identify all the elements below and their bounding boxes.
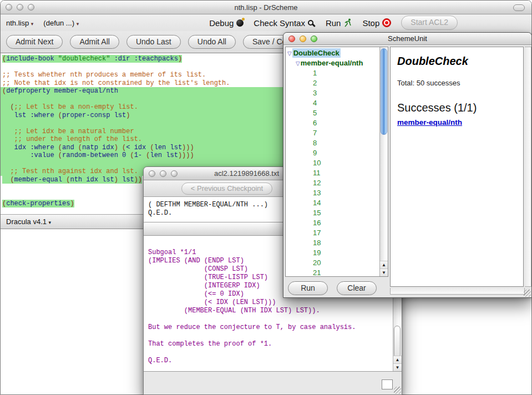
tree-item-case[interactable]: 11 xyxy=(287,168,379,178)
size-box[interactable] xyxy=(382,379,393,389)
tree-item-case[interactable]: 1 xyxy=(287,68,379,78)
debug-button[interactable]: Debug xyxy=(209,18,244,28)
close-button[interactable] xyxy=(6,4,12,11)
bomb-icon xyxy=(236,19,244,27)
tree-item-case[interactable]: 3 xyxy=(287,88,379,98)
schemeunit-window: SchemeUnit ▽DoubleCheck ▽member-equal/nt… xyxy=(283,32,532,298)
schemeunit-titlebar[interactable]: SchemeUnit xyxy=(283,33,531,45)
tree-item-case[interactable]: 14 xyxy=(287,198,379,208)
clear-button[interactable]: Clear xyxy=(337,281,377,295)
scrollbar-thumb[interactable] xyxy=(381,48,387,135)
tree-item-case[interactable]: 21 xyxy=(287,268,379,277)
run-label: Run xyxy=(326,18,341,28)
tree-item-case[interactable]: 7 xyxy=(287,128,379,138)
tree-item-label: member-equal/nth xyxy=(301,59,363,67)
tree-item-case[interactable]: 18 xyxy=(287,238,379,248)
tree-item-case[interactable]: 13 xyxy=(287,188,379,198)
tree-item-case[interactable]: 9 xyxy=(287,148,379,158)
language-label: Dracula v4.1 xyxy=(6,217,47,226)
traffic-lights xyxy=(288,36,317,42)
test-tree-pane[interactable]: ▽DoubleCheck ▽member-equal/nth 123456789… xyxy=(285,47,388,277)
output-line: That completes the proof of *1. xyxy=(148,340,388,348)
tree-item-case[interactable]: 6 xyxy=(287,118,379,128)
results-vertical-scrollbar[interactable] xyxy=(525,47,531,287)
main-window-title: nth.lisp - DrScheme xyxy=(1,3,531,12)
scroll-down-button[interactable]: ▼ xyxy=(393,363,402,371)
undo-all-button[interactable]: Undo All xyxy=(188,35,236,49)
close-button[interactable] xyxy=(288,36,295,42)
minimize-button[interactable] xyxy=(160,170,166,177)
results-total: Total: 50 successes xyxy=(397,79,516,87)
output-line: Q.E.D. xyxy=(148,357,388,365)
traffic-lights xyxy=(149,170,178,177)
check-syntax-label: Check Syntax xyxy=(254,18,305,28)
resize-grip[interactable] xyxy=(394,387,401,394)
success-link[interactable]: member-equal/nth xyxy=(397,118,462,126)
main-titlebar[interactable]: nth.lisp - DrScheme xyxy=(1,1,531,14)
output-line xyxy=(148,332,388,340)
run-tests-button[interactable]: Run xyxy=(288,281,328,295)
language-popup-menu[interactable]: Dracula v4.1 ▾ xyxy=(6,217,51,226)
main-toolbar: nth.lisp ▾ (defun ...) ▾ Debug Check Syn… xyxy=(1,14,531,31)
traffic-lights xyxy=(6,4,34,11)
admit-next-button[interactable]: Admit Next xyxy=(6,35,63,49)
results-pane[interactable]: DoubleCheck Total: 50 successes Successe… xyxy=(390,47,524,287)
minimize-button[interactable] xyxy=(300,36,306,42)
zoom-button[interactable] xyxy=(171,170,178,177)
output-line: (< IDX (LEN LST))) xyxy=(148,298,388,307)
run-button[interactable]: Run xyxy=(326,18,353,28)
scroll-down-button[interactable]: ▼ xyxy=(380,269,388,276)
tree-item-case[interactable]: 17 xyxy=(287,228,379,238)
tree-item-case[interactable]: 10 xyxy=(287,158,379,168)
successes-heading: Successes (1/1) xyxy=(397,102,516,114)
debug-label: Debug xyxy=(209,18,234,28)
results-horizontal-scrollbar[interactable] xyxy=(390,288,525,295)
undo-last-button[interactable]: Undo Last xyxy=(126,35,181,49)
defun-popup-label: (defun ...) xyxy=(43,19,74,27)
check-syntax-button[interactable]: Check Syntax xyxy=(254,18,316,28)
tree-item-case[interactable]: 4 xyxy=(287,98,379,108)
results-heading: DoubleCheck xyxy=(397,55,516,68)
scroll-up-button[interactable]: ▲ xyxy=(380,261,388,269)
magnifier-icon xyxy=(308,20,313,26)
scrollbar-thumb[interactable] xyxy=(394,326,401,358)
file-popup-menu[interactable]: nth.lisp ▾ xyxy=(6,19,33,27)
tree-item-case[interactable]: 19 xyxy=(287,248,379,258)
toolbar-toggle-button[interactable] xyxy=(513,4,525,11)
output-line xyxy=(148,315,388,323)
tree-item-case[interactable]: 20 xyxy=(287,258,379,268)
tree-item-case[interactable]: 16 xyxy=(287,218,379,228)
close-button[interactable] xyxy=(149,170,155,177)
resize-grip[interactable] xyxy=(524,290,531,297)
stop-button[interactable]: Stop xyxy=(362,18,391,28)
defun-popup-menu[interactable]: (defun ...) ▾ xyxy=(43,19,79,27)
acl2-bottom-bar xyxy=(144,371,402,394)
tree-scrollbar[interactable]: ▲ ▼ xyxy=(379,47,388,276)
tree-item-doublecheck[interactable]: ▽DoubleCheck xyxy=(287,48,379,58)
disclosure-triangle-icon[interactable]: ▽ xyxy=(287,50,292,57)
admit-all-button[interactable]: Admit All xyxy=(70,35,119,49)
start-acl2-button[interactable]: Start ACL2 xyxy=(401,16,458,29)
output-line xyxy=(148,348,388,357)
tree-item-member-equal-nth[interactable]: ▽member-equal/nth xyxy=(287,58,379,68)
chevron-down-icon: ▾ xyxy=(77,21,79,27)
minimize-button[interactable] xyxy=(17,4,23,11)
output-line: (MEMBER-EQUAL (NTH IDX LST) LST)). xyxy=(148,307,388,315)
tree-item-label: DoubleCheck xyxy=(292,48,341,58)
output-line: But we reduce the conjecture to T, by ca… xyxy=(148,323,388,332)
stop-label: Stop xyxy=(362,18,379,28)
zoom-button[interactable] xyxy=(311,36,317,42)
tree-item-case[interactable]: 2 xyxy=(287,78,379,88)
tree-item-case[interactable]: 8 xyxy=(287,138,379,148)
file-popup-label: nth.lisp xyxy=(6,19,29,27)
tree-item-case[interactable]: 12 xyxy=(287,178,379,188)
scroll-up-button[interactable]: ▲ xyxy=(393,356,402,363)
stop-icon xyxy=(382,18,391,27)
schemeunit-window-title: SchemeUnit xyxy=(283,34,531,43)
tree-item-case[interactable]: 5 xyxy=(287,108,379,118)
tree-item-case[interactable]: 15 xyxy=(287,208,379,218)
zoom-button[interactable] xyxy=(28,4,34,11)
previous-checkpoint-button[interactable]: < Previous Checkpoint xyxy=(181,183,272,195)
chevron-down-icon: ▾ xyxy=(49,220,52,225)
disclosure-triangle-icon[interactable]: ▽ xyxy=(296,60,300,67)
